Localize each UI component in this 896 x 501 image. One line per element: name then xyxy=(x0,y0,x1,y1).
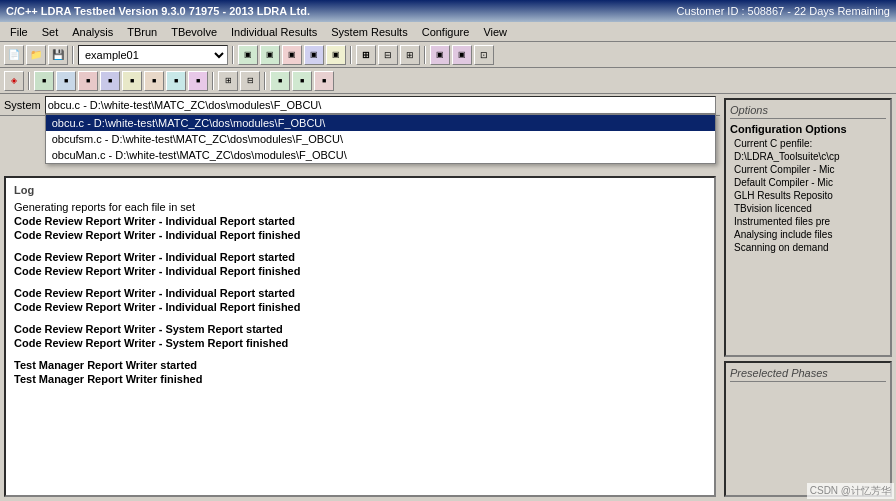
log-entry: Code Review Report Writer - Individual R… xyxy=(14,264,706,278)
log-entry: Test Manager Report Writer started xyxy=(14,358,706,372)
tb-icon-red1: ▣ xyxy=(288,50,296,59)
tb-icon-a: ⊞ xyxy=(362,50,370,60)
tb2-btn-9[interactable]: ■ xyxy=(188,71,208,91)
log-spacer xyxy=(14,314,706,322)
menu-tbevolve[interactable]: TBevolve xyxy=(165,25,223,39)
menu-file[interactable]: File xyxy=(4,25,34,39)
tb2-btn-1[interactable]: ◈ xyxy=(4,71,24,91)
menu-analysis[interactable]: Analysis xyxy=(66,25,119,39)
tb-btn-green1[interactable]: ▣ xyxy=(238,45,258,65)
tb-icon-d: ⊡ xyxy=(480,50,488,60)
left-panel: System obcu.c - D:\white-test\MATC_ZC\do… xyxy=(0,94,720,501)
tb-btn-blue1[interactable]: ▣ xyxy=(304,45,324,65)
log-spacer xyxy=(14,278,706,286)
tb2-btn-12[interactable]: ■ xyxy=(270,71,290,91)
tb-btn-a[interactable]: ⊞ xyxy=(356,45,376,65)
options-entry: Current Compiler - Mic xyxy=(730,163,886,176)
options-entry: Scanning on demand xyxy=(730,241,886,254)
tb-icon-green2: ▣ xyxy=(266,50,274,59)
options-entries: Current C penfile:D:\LDRA_Toolsuite\c\cp… xyxy=(730,137,886,254)
dropdown-item-1[interactable]: obcufsm.c - D:\white-test\MATC_ZC\dos\mo… xyxy=(46,131,715,147)
save-button[interactable]: 💾 xyxy=(48,45,68,65)
tb-btn-yellow1[interactable]: ▣ xyxy=(326,45,346,65)
log-entry: Code Review Report Writer - Individual R… xyxy=(14,214,706,228)
tb2-btn-7[interactable]: ■ xyxy=(144,71,164,91)
log-entry: Code Review Report Writer - System Repor… xyxy=(14,336,706,350)
tb2-icon-8: ■ xyxy=(174,77,178,84)
tb2-icon-5: ■ xyxy=(108,77,112,84)
separator-1 xyxy=(72,46,74,64)
separator-3 xyxy=(350,46,352,64)
tb-btn-b[interactable]: ⊟ xyxy=(378,45,398,65)
toolbar-2: ◈ ■ ■ ■ ■ ■ ■ ■ ■ ⊞ ⊟ ■ ■ ■ xyxy=(0,68,896,94)
options-entry: Current C penfile: xyxy=(730,137,886,150)
log-entry: Code Review Report Writer - Individual R… xyxy=(14,250,706,264)
menu-set[interactable]: Set xyxy=(36,25,65,39)
title-bar-left: C/C++ LDRA Testbed Version 9.3.0 71975 -… xyxy=(6,5,310,17)
tb-icon-yellow1: ▣ xyxy=(332,50,340,59)
tb2-icon-12: ■ xyxy=(278,77,282,84)
tb2-icon-10: ⊞ xyxy=(225,76,232,85)
tb-icon-purple2: ▣ xyxy=(458,50,466,59)
title-bar: C/C++ LDRA Testbed Version 9.3.0 71975 -… xyxy=(0,0,896,22)
tb2-icon-7: ■ xyxy=(152,77,156,84)
tb2-btn-14[interactable]: ■ xyxy=(314,71,334,91)
log-spacer xyxy=(14,242,706,250)
options-panel-title: Options xyxy=(730,104,886,119)
menu-view[interactable]: View xyxy=(477,25,513,39)
new-button[interactable]: 📄 xyxy=(4,45,24,65)
project-combo[interactable]: example01 xyxy=(78,45,228,65)
tb-btn-c[interactable]: ⊞ xyxy=(400,45,420,65)
tb2-btn-8[interactable]: ■ xyxy=(166,71,186,91)
open-icon: 📁 xyxy=(30,49,42,60)
tb2-btn-11[interactable]: ⊟ xyxy=(240,71,260,91)
tb2-btn-3[interactable]: ■ xyxy=(56,71,76,91)
tb-icon-c: ⊞ xyxy=(406,50,414,60)
right-panel: Options Configuration Options Current C … xyxy=(720,94,896,501)
tb2-btn-10[interactable]: ⊞ xyxy=(218,71,238,91)
options-box: Options Configuration Options Current C … xyxy=(724,98,892,357)
preselected-title: Preselected Phases xyxy=(730,367,886,382)
system-label: System xyxy=(4,99,41,111)
separator-4 xyxy=(424,46,426,64)
tb-btn-d[interactable]: ⊡ xyxy=(474,45,494,65)
options-entry: GLH Results Reposito xyxy=(730,189,886,202)
tb2-btn-5[interactable]: ■ xyxy=(100,71,120,91)
tb-icon-b: ⊟ xyxy=(384,50,392,60)
log-entry: Code Review Report Writer - Individual R… xyxy=(14,228,706,242)
file-dropdown: obcu.c - D:\white-test\MATC_ZC\dos\modul… xyxy=(45,114,716,164)
options-section-title: Configuration Options xyxy=(730,123,886,135)
tb2-icon-3: ■ xyxy=(64,77,68,84)
log-entry: Generating reports for each file in set xyxy=(14,200,706,214)
tb2-btn-4[interactable]: ■ xyxy=(78,71,98,91)
open-button[interactable]: 📁 xyxy=(26,45,46,65)
menu-tbrun[interactable]: TBrun xyxy=(121,25,163,39)
title-bar-right: Customer ID : 508867 - 22 Days Remaining xyxy=(677,5,890,17)
separator-5 xyxy=(28,72,30,90)
menu-system-results[interactable]: System Results xyxy=(325,25,413,39)
separator-7 xyxy=(264,72,266,90)
tb-btn-purple[interactable]: ▣ xyxy=(430,45,450,65)
toolbar-1: 📄 📁 💾 example01 ▣ ▣ ▣ ▣ ▣ ⊞ ⊟ ⊞ ▣ ▣ ⊡ xyxy=(0,42,896,68)
tb2-btn-6[interactable]: ■ xyxy=(122,71,142,91)
log-panel[interactable]: Log Generating reports for each file in … xyxy=(4,176,716,497)
menu-configure[interactable]: Configure xyxy=(416,25,476,39)
tb-btn-purple2[interactable]: ▣ xyxy=(452,45,472,65)
dropdown-item-0[interactable]: obcu.c - D:\white-test\MATC_ZC\dos\modul… xyxy=(46,115,715,131)
log-entry: Code Review Report Writer - System Repor… xyxy=(14,322,706,336)
tb-btn-red1[interactable]: ▣ xyxy=(282,45,302,65)
tb2-btn-2[interactable]: ■ xyxy=(34,71,54,91)
dropdown-item-2[interactable]: obcuMan.c - D:\white-test\MATC_ZC\dos\mo… xyxy=(46,147,715,163)
main-area: System obcu.c - D:\white-test\MATC_ZC\do… xyxy=(0,94,896,501)
system-combo-input[interactable] xyxy=(45,96,716,114)
tb-btn-green2[interactable]: ▣ xyxy=(260,45,280,65)
tb2-btn-13[interactable]: ■ xyxy=(292,71,312,91)
log-entries: Generating reports for each file in setC… xyxy=(14,200,706,386)
tb2-icon-4: ■ xyxy=(86,77,90,84)
options-entry: Default Compiler - Mic xyxy=(730,176,886,189)
tb2-icon-9: ■ xyxy=(196,77,200,84)
tb2-icon-2: ■ xyxy=(42,77,46,84)
log-entry: Code Review Report Writer - Individual R… xyxy=(14,286,706,300)
menu-individual-results[interactable]: Individual Results xyxy=(225,25,323,39)
log-entry: Test Manager Report Writer finished xyxy=(14,372,706,386)
